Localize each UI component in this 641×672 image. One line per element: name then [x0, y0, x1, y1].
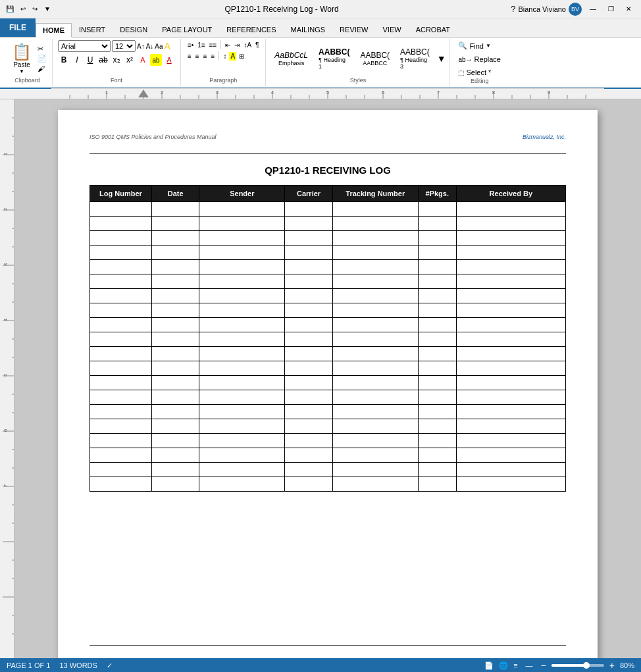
- table-cell[interactable]: [151, 434, 199, 448]
- table-cell[interactable]: [151, 246, 199, 260]
- decrease-indent-icon[interactable]: ⇤: [224, 41, 232, 49]
- table-cell[interactable]: [151, 289, 199, 303]
- table-cell[interactable]: [418, 463, 456, 477]
- table-cell[interactable]: [456, 260, 565, 274]
- table-cell[interactable]: [332, 303, 418, 318]
- table-cell[interactable]: [285, 376, 332, 390]
- table-cell[interactable]: [199, 202, 285, 217]
- justify-icon[interactable]: ≡: [210, 52, 217, 61]
- table-cell[interactable]: [332, 361, 418, 376]
- table-cell[interactable]: [418, 376, 456, 390]
- table-cell[interactable]: [332, 202, 418, 217]
- table-cell[interactable]: [285, 318, 332, 332]
- style-emphasis[interactable]: AaBbCcL Emphasis: [270, 49, 313, 68]
- copy-icon[interactable]: 📄: [38, 55, 47, 63]
- redo-icon[interactable]: ↪: [30, 5, 39, 13]
- table-cell[interactable]: [199, 246, 285, 260]
- table-cell[interactable]: [199, 390, 285, 405]
- table-cell[interactable]: [285, 390, 332, 405]
- table-cell[interactable]: [456, 361, 565, 376]
- align-left-icon[interactable]: ≡: [186, 52, 193, 61]
- table-cell[interactable]: [456, 448, 565, 463]
- table-cell[interactable]: [285, 463, 332, 477]
- tab-design[interactable]: DESIGN: [113, 22, 155, 37]
- format-painter-icon[interactable]: 🖌: [38, 65, 47, 72]
- table-cell[interactable]: [332, 246, 418, 260]
- table-cell[interactable]: [332, 347, 418, 361]
- table-cell[interactable]: [151, 463, 199, 477]
- table-cell[interactable]: [332, 376, 418, 390]
- increase-indent-icon[interactable]: ⇥: [233, 41, 241, 49]
- style-heading2[interactable]: AABBC( AABBCC: [355, 49, 394, 68]
- table-cell[interactable]: [199, 376, 285, 390]
- table-cell[interactable]: [456, 477, 565, 492]
- table-row[interactable]: [90, 246, 566, 260]
- table-cell[interactable]: [285, 289, 332, 303]
- table-row[interactable]: [90, 419, 566, 434]
- table-cell[interactable]: [90, 463, 152, 477]
- table-cell[interactable]: [332, 217, 418, 231]
- table-cell[interactable]: [332, 463, 418, 477]
- font-size-select[interactable]: 12: [112, 40, 136, 52]
- table-cell[interactable]: [285, 477, 332, 492]
- table-cell[interactable]: [199, 332, 285, 347]
- layout-outline-icon[interactable]: ≡: [513, 661, 517, 669]
- table-cell[interactable]: [151, 274, 199, 289]
- table-cell[interactable]: [456, 318, 565, 332]
- table-cell[interactable]: [199, 217, 285, 231]
- table-cell[interactable]: [418, 260, 456, 274]
- table-row[interactable]: [90, 434, 566, 448]
- table-cell[interactable]: [90, 332, 152, 347]
- layout-web-icon[interactable]: 🌐: [499, 661, 508, 670]
- tab-insert[interactable]: INSERT: [72, 22, 113, 37]
- table-cell[interactable]: [418, 289, 456, 303]
- table-cell[interactable]: [332, 289, 418, 303]
- file-tab-btn[interactable]: FILE: [0, 18, 36, 37]
- table-row[interactable]: [90, 390, 566, 405]
- table-cell[interactable]: [418, 303, 456, 318]
- table-cell[interactable]: [90, 390, 152, 405]
- table-cell[interactable]: [456, 347, 565, 361]
- table-cell[interactable]: [418, 477, 456, 492]
- table-cell[interactable]: [151, 448, 199, 463]
- table-cell[interactable]: [285, 361, 332, 376]
- table-cell[interactable]: [199, 434, 285, 448]
- table-row[interactable]: [90, 463, 566, 477]
- table-row[interactable]: [90, 405, 566, 419]
- underline-button[interactable]: U: [84, 54, 96, 66]
- styles-more-icon[interactable]: ▼: [437, 53, 446, 64]
- paste-button[interactable]: 📋 Paste ▼: [8, 41, 36, 76]
- table-row[interactable]: [90, 274, 566, 289]
- table-cell[interactable]: [456, 332, 565, 347]
- table-cell[interactable]: [199, 347, 285, 361]
- table-cell[interactable]: [456, 463, 565, 477]
- strikethrough-button[interactable]: ab: [97, 54, 109, 66]
- table-cell[interactable]: [90, 231, 152, 246]
- table-cell[interactable]: [199, 289, 285, 303]
- increase-font-icon[interactable]: A↑: [137, 43, 145, 50]
- save-icon[interactable]: 💾: [4, 5, 16, 13]
- zoom-slider[interactable]: [551, 664, 604, 667]
- table-cell[interactable]: [456, 390, 565, 405]
- table-row[interactable]: [90, 361, 566, 376]
- font-name-select[interactable]: Arial: [58, 40, 111, 52]
- customize-icon[interactable]: ▼: [42, 5, 53, 13]
- table-row[interactable]: [90, 217, 566, 231]
- show-formatting-icon[interactable]: ¶: [254, 41, 260, 49]
- decrease-font-icon[interactable]: A↓: [146, 43, 154, 50]
- table-row[interactable]: [90, 332, 566, 347]
- layout-print-icon[interactable]: 📄: [484, 661, 494, 670]
- table-cell[interactable]: [332, 332, 418, 347]
- zoom-out-icon[interactable]: −: [541, 660, 546, 671]
- tab-references[interactable]: REFERENCES: [219, 22, 283, 37]
- table-cell[interactable]: [418, 231, 456, 246]
- table-cell[interactable]: [151, 332, 199, 347]
- table-row[interactable]: [90, 260, 566, 274]
- cut-icon[interactable]: ✂: [38, 45, 47, 53]
- table-row[interactable]: [90, 231, 566, 246]
- table-cell[interactable]: [418, 405, 456, 419]
- table-cell[interactable]: [199, 274, 285, 289]
- table-cell[interactable]: [418, 361, 456, 376]
- table-cell[interactable]: [90, 202, 152, 217]
- numbering-icon[interactable]: 1≡: [196, 41, 206, 49]
